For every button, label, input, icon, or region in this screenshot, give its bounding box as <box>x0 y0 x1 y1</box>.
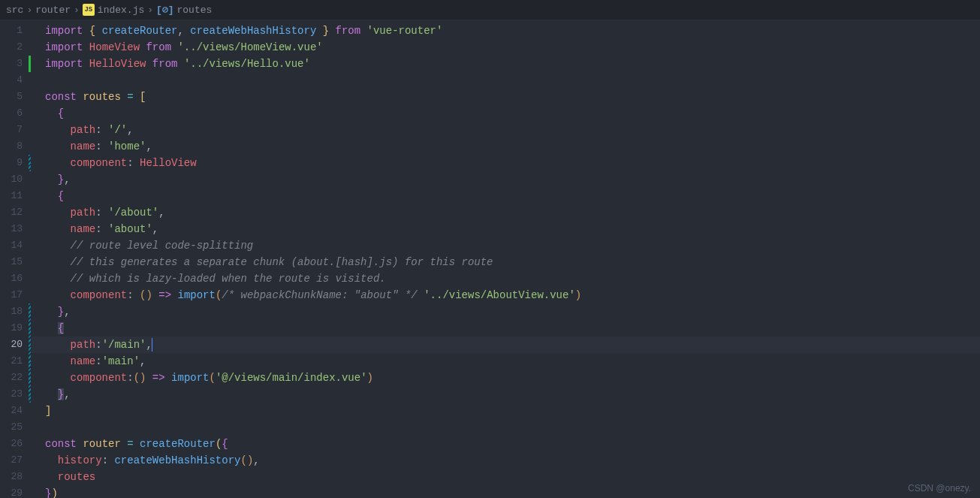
line-number[interactable]: 9 <box>0 155 29 171</box>
chevron-right-icon: › <box>74 5 80 16</box>
code-line[interactable]: component:() => import('@/views/main/ind… <box>45 370 980 386</box>
diff-mark <box>29 320 31 337</box>
code-line[interactable]: // route level code-splitting <box>45 237 980 254</box>
code-line[interactable]: routes <box>45 469 980 485</box>
breadcrumb-item-router[interactable]: router <box>35 5 71 16</box>
code-line[interactable]: import HomeView from '../views/HomeView.… <box>45 39 980 56</box>
line-number[interactable]: 28 <box>0 469 29 485</box>
line-number[interactable]: 24 <box>0 403 29 419</box>
code-line[interactable] <box>45 419 980 436</box>
line-number[interactable]: 17 <box>0 287 29 303</box>
diff-mark <box>29 303 31 320</box>
diff-mark <box>29 419 31 436</box>
code-line[interactable]: import { createRouter, createWebHashHist… <box>45 23 980 39</box>
code-line[interactable]: history: createWebHashHistory(), <box>45 452 980 469</box>
diff-mark <box>29 39 31 56</box>
line-number[interactable]: 7 <box>0 122 29 138</box>
code-line[interactable]: const router = createRouter({ <box>45 436 980 452</box>
line-number[interactable]: 20 <box>0 337 29 353</box>
line-number[interactable]: 11 <box>0 188 29 204</box>
diff-mark <box>29 56 31 72</box>
code-line[interactable]: }) <box>45 485 980 498</box>
breadcrumb-item-src[interactable]: src <box>6 5 23 16</box>
line-number[interactable]: 21 <box>0 353 29 370</box>
diff-mark <box>29 254 31 270</box>
code-line[interactable]: path:'/main', <box>32 337 980 353</box>
code-content[interactable]: import { createRouter, createWebHashHist… <box>32 20 980 498</box>
watermark: CSDN @onezy. <box>908 483 971 493</box>
code-line[interactable]: name: 'home', <box>45 138 980 155</box>
line-number[interactable]: 2 <box>0 39 29 56</box>
breadcrumb-item-file[interactable]: index.js <box>98 5 144 16</box>
line-number[interactable]: 5 <box>0 89 29 105</box>
code-line[interactable]: name:'main', <box>45 353 980 370</box>
line-number[interactable]: 27 <box>0 452 29 469</box>
line-number[interactable]: 6 <box>0 105 29 122</box>
diff-mark <box>29 155 31 171</box>
line-number[interactable]: 22 <box>0 370 29 386</box>
line-number[interactable]: 15 <box>0 254 29 270</box>
line-number[interactable]: 23 <box>0 386 29 403</box>
code-line[interactable]: // which is lazy-loaded when the route i… <box>45 270 980 287</box>
code-editor[interactable]: 1234567891011121314151617181920212223242… <box>0 20 980 498</box>
diff-mark <box>29 89 31 105</box>
chevron-right-icon: › <box>147 5 153 16</box>
diff-mark <box>29 485 31 498</box>
line-number[interactable]: 3 <box>0 56 29 72</box>
line-number[interactable]: 10 <box>0 171 29 188</box>
code-line[interactable] <box>45 72 980 89</box>
text-cursor <box>152 338 152 352</box>
line-number[interactable]: 29 <box>0 485 29 498</box>
code-line[interactable]: name: 'about', <box>45 221 980 237</box>
line-number[interactable]: 13 <box>0 221 29 237</box>
code-line[interactable]: // this generates a separate chunk (abou… <box>45 254 980 270</box>
chevron-right-icon: › <box>26 5 32 16</box>
line-number[interactable]: 18 <box>0 303 29 320</box>
line-number[interactable]: 25 <box>0 419 29 436</box>
line-number[interactable]: 14 <box>0 237 29 254</box>
line-number[interactable]: 12 <box>0 204 29 221</box>
diff-mark <box>29 138 31 155</box>
diff-mark <box>29 105 31 122</box>
variable-icon: [⊘] <box>156 4 173 16</box>
breadcrumb-item-symbol[interactable]: routes <box>177 5 213 16</box>
diff-mark <box>29 270 31 287</box>
code-line[interactable]: component: HelloView <box>45 155 980 171</box>
line-number-gutter[interactable]: 1234567891011121314151617181920212223242… <box>0 20 29 498</box>
diff-mark <box>29 122 31 138</box>
diff-mark <box>29 23 31 39</box>
diff-mark <box>29 386 31 403</box>
diff-mark <box>29 403 31 419</box>
code-line[interactable]: import HelloView from '../views/Hello.vu… <box>45 56 980 72</box>
code-line[interactable]: { <box>45 320 980 337</box>
diff-mark <box>29 337 31 353</box>
diff-mark <box>29 469 31 485</box>
line-number[interactable]: 1 <box>0 23 29 39</box>
code-line[interactable]: }, <box>45 303 980 320</box>
code-line[interactable]: }, <box>45 386 980 403</box>
line-number[interactable]: 4 <box>0 72 29 89</box>
diff-mark <box>29 287 31 303</box>
line-number[interactable]: 8 <box>0 138 29 155</box>
code-line[interactable]: const routes = [ <box>45 89 980 105</box>
line-number[interactable]: 16 <box>0 270 29 287</box>
diff-mark <box>29 72 31 89</box>
diff-mark <box>29 171 31 188</box>
code-line[interactable]: path: '/about', <box>45 204 980 221</box>
js-file-icon: JS <box>83 4 95 16</box>
breadcrumb: src › router › JS index.js › [⊘] routes <box>0 0 980 20</box>
diff-mark <box>29 204 31 221</box>
diff-mark <box>29 353 31 370</box>
diff-mark <box>29 452 31 469</box>
line-number[interactable]: 26 <box>0 436 29 452</box>
diff-mark <box>29 370 31 386</box>
code-line[interactable]: }, <box>45 171 980 188</box>
line-number[interactable]: 19 <box>0 320 29 337</box>
code-line[interactable]: component: () => import(/* webpackChunkN… <box>45 287 980 303</box>
code-line[interactable]: { <box>45 105 980 122</box>
diff-mark <box>29 221 31 237</box>
code-line[interactable]: ] <box>45 403 980 419</box>
diff-mark <box>29 188 31 204</box>
code-line[interactable]: path: '/', <box>45 122 980 138</box>
code-line[interactable]: { <box>45 188 980 204</box>
